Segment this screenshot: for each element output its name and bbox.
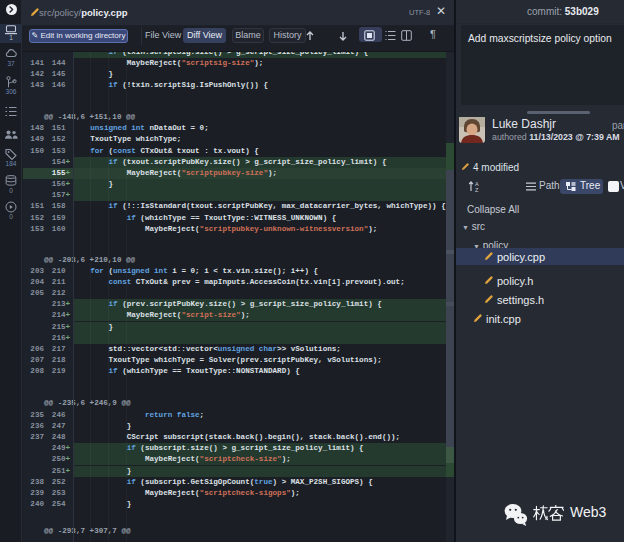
svg-text:A: A <box>475 181 479 187</box>
svg-text:Z: Z <box>475 187 479 193</box>
